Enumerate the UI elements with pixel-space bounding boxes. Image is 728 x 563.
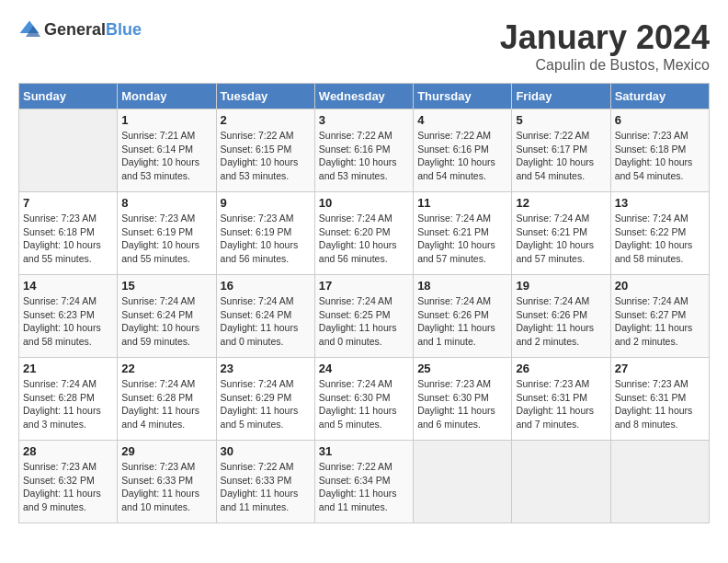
day-info: Sunrise: 7:21 AM Sunset: 6:14 PM Dayligh… xyxy=(121,129,211,183)
calendar-cell xyxy=(610,441,709,523)
week-row-2: 7Sunrise: 7:23 AM Sunset: 6:18 PM Daylig… xyxy=(19,192,710,275)
day-info: Sunrise: 7:24 AM Sunset: 6:30 PM Dayligh… xyxy=(319,377,409,431)
calendar-cell: 13Sunrise: 7:24 AM Sunset: 6:22 PM Dayli… xyxy=(610,192,709,275)
calendar-cell xyxy=(512,441,610,523)
calendar-cell: 26Sunrise: 7:23 AM Sunset: 6:31 PM Dayli… xyxy=(512,358,610,441)
day-info: Sunrise: 7:24 AM Sunset: 6:25 PM Dayligh… xyxy=(319,294,409,349)
day-number: 15 xyxy=(121,279,211,293)
calendar-title: January 2024 xyxy=(500,18,710,57)
calendar-cell: 20Sunrise: 7:24 AM Sunset: 6:27 PM Dayli… xyxy=(610,275,709,358)
day-info: Sunrise: 7:24 AM Sunset: 6:26 PM Dayligh… xyxy=(516,294,606,349)
calendar-cell: 17Sunrise: 7:24 AM Sunset: 6:25 PM Dayli… xyxy=(314,275,413,358)
calendar-cell xyxy=(414,441,512,523)
calendar-table: SundayMondayTuesdayWednesdayThursdayFrid… xyxy=(18,83,710,523)
calendar-cell: 10Sunrise: 7:24 AM Sunset: 6:20 PM Dayli… xyxy=(314,192,413,275)
calendar-cell: 21Sunrise: 7:24 AM Sunset: 6:28 PM Dayli… xyxy=(19,358,118,441)
day-number: 24 xyxy=(319,362,409,375)
calendar-cell: 15Sunrise: 7:24 AM Sunset: 6:24 PM Dayli… xyxy=(118,275,216,358)
day-number: 8 xyxy=(121,196,211,210)
week-row-4: 21Sunrise: 7:24 AM Sunset: 6:28 PM Dayli… xyxy=(19,358,710,441)
calendar-header: SundayMondayTuesdayWednesdayThursdayFrid… xyxy=(19,84,710,109)
header-day-sunday: Sunday xyxy=(19,84,118,109)
calendar-cell: 11Sunrise: 7:24 AM Sunset: 6:21 PM Dayli… xyxy=(414,192,512,275)
logo-general: General xyxy=(44,20,106,39)
day-info: Sunrise: 7:22 AM Sunset: 6:16 PM Dayligh… xyxy=(417,129,507,183)
day-info: Sunrise: 7:24 AM Sunset: 6:20 PM Dayligh… xyxy=(319,212,409,266)
day-info: Sunrise: 7:24 AM Sunset: 6:22 PM Dayligh… xyxy=(615,212,705,266)
day-number: 22 xyxy=(121,362,211,375)
header-day-tuesday: Tuesday xyxy=(216,84,314,109)
day-number: 1 xyxy=(121,113,211,127)
day-number: 9 xyxy=(221,196,311,210)
calendar-cell: 27Sunrise: 7:23 AM Sunset: 6:31 PM Dayli… xyxy=(610,358,709,441)
day-info: Sunrise: 7:22 AM Sunset: 6:15 PM Dayligh… xyxy=(221,129,311,183)
calendar-body: 1Sunrise: 7:21 AM Sunset: 6:14 PM Daylig… xyxy=(19,109,710,523)
calendar-cell: 8Sunrise: 7:23 AM Sunset: 6:19 PM Daylig… xyxy=(118,192,216,275)
day-info: Sunrise: 7:24 AM Sunset: 6:28 PM Dayligh… xyxy=(23,377,113,431)
day-number: 23 xyxy=(221,362,311,375)
day-info: Sunrise: 7:24 AM Sunset: 6:23 PM Dayligh… xyxy=(23,294,113,349)
calendar-cell: 22Sunrise: 7:24 AM Sunset: 6:28 PM Dayli… xyxy=(118,358,216,441)
calendar-cell: 23Sunrise: 7:24 AM Sunset: 6:29 PM Dayli… xyxy=(216,358,314,441)
day-info: Sunrise: 7:23 AM Sunset: 6:33 PM Dayligh… xyxy=(121,460,211,514)
calendar-cell: 24Sunrise: 7:24 AM Sunset: 6:30 PM Dayli… xyxy=(314,358,413,441)
day-number: 5 xyxy=(516,113,606,127)
calendar-cell: 31Sunrise: 7:22 AM Sunset: 6:34 PM Dayli… xyxy=(314,441,413,523)
day-info: Sunrise: 7:24 AM Sunset: 6:24 PM Dayligh… xyxy=(121,294,211,349)
calendar-cell xyxy=(19,109,118,192)
day-info: Sunrise: 7:22 AM Sunset: 6:33 PM Dayligh… xyxy=(221,460,311,514)
day-info: Sunrise: 7:24 AM Sunset: 6:27 PM Dayligh… xyxy=(615,294,705,349)
day-info: Sunrise: 7:24 AM Sunset: 6:26 PM Dayligh… xyxy=(417,294,507,349)
day-number: 25 xyxy=(417,362,507,375)
week-row-3: 14Sunrise: 7:24 AM Sunset: 6:23 PM Dayli… xyxy=(19,275,710,358)
day-info: Sunrise: 7:23 AM Sunset: 6:18 PM Dayligh… xyxy=(23,212,113,266)
calendar-cell: 6Sunrise: 7:23 AM Sunset: 6:18 PM Daylig… xyxy=(610,109,709,192)
calendar-cell: 18Sunrise: 7:24 AM Sunset: 6:26 PM Dayli… xyxy=(414,275,512,358)
week-row-1: 1Sunrise: 7:21 AM Sunset: 6:14 PM Daylig… xyxy=(19,109,710,192)
day-info: Sunrise: 7:22 AM Sunset: 6:34 PM Dayligh… xyxy=(319,460,409,514)
calendar-cell: 19Sunrise: 7:24 AM Sunset: 6:26 PM Dayli… xyxy=(512,275,610,358)
day-info: Sunrise: 7:23 AM Sunset: 6:31 PM Dayligh… xyxy=(615,377,705,431)
day-number: 19 xyxy=(516,279,606,293)
calendar-cell: 16Sunrise: 7:24 AM Sunset: 6:24 PM Dayli… xyxy=(216,275,314,358)
day-info: Sunrise: 7:23 AM Sunset: 6:31 PM Dayligh… xyxy=(516,377,606,431)
calendar-cell: 12Sunrise: 7:24 AM Sunset: 6:21 PM Dayli… xyxy=(512,192,610,275)
day-number: 21 xyxy=(23,362,113,375)
day-number: 17 xyxy=(319,279,409,293)
calendar-cell: 9Sunrise: 7:23 AM Sunset: 6:19 PM Daylig… xyxy=(216,192,314,275)
day-info: Sunrise: 7:24 AM Sunset: 6:28 PM Dayligh… xyxy=(121,377,211,431)
calendar-cell: 28Sunrise: 7:23 AM Sunset: 6:32 PM Dayli… xyxy=(19,441,118,523)
day-number: 11 xyxy=(417,196,507,210)
day-number: 2 xyxy=(221,113,311,127)
day-number: 12 xyxy=(516,196,606,210)
day-number: 14 xyxy=(23,279,113,293)
day-info: Sunrise: 7:23 AM Sunset: 6:19 PM Dayligh… xyxy=(221,212,311,266)
day-info: Sunrise: 7:24 AM Sunset: 6:21 PM Dayligh… xyxy=(516,212,606,266)
week-row-5: 28Sunrise: 7:23 AM Sunset: 6:32 PM Dayli… xyxy=(19,441,710,523)
header-day-saturday: Saturday xyxy=(610,84,709,109)
day-info: Sunrise: 7:22 AM Sunset: 6:16 PM Dayligh… xyxy=(319,129,409,183)
calendar-cell: 5Sunrise: 7:22 AM Sunset: 6:17 PM Daylig… xyxy=(512,109,610,192)
day-number: 18 xyxy=(417,279,507,293)
calendar-cell: 1Sunrise: 7:21 AM Sunset: 6:14 PM Daylig… xyxy=(118,109,216,192)
day-info: Sunrise: 7:22 AM Sunset: 6:17 PM Dayligh… xyxy=(516,129,606,183)
day-number: 7 xyxy=(23,196,113,210)
calendar-cell: 25Sunrise: 7:23 AM Sunset: 6:30 PM Dayli… xyxy=(414,358,512,441)
header-day-friday: Friday xyxy=(512,84,610,109)
day-info: Sunrise: 7:23 AM Sunset: 6:30 PM Dayligh… xyxy=(417,377,507,431)
calendar-cell: 30Sunrise: 7:22 AM Sunset: 6:33 PM Dayli… xyxy=(216,441,314,523)
day-number: 26 xyxy=(516,362,606,375)
calendar-cell: 7Sunrise: 7:23 AM Sunset: 6:18 PM Daylig… xyxy=(19,192,118,275)
calendar-cell: 3Sunrise: 7:22 AM Sunset: 6:16 PM Daylig… xyxy=(314,109,413,192)
header-row: SundayMondayTuesdayWednesdayThursdayFrid… xyxy=(19,84,710,109)
header-day-monday: Monday xyxy=(118,84,216,109)
day-number: 20 xyxy=(615,279,705,293)
day-number: 10 xyxy=(319,196,409,210)
day-number: 4 xyxy=(417,113,507,127)
header-day-thursday: Thursday xyxy=(414,84,512,109)
logo-icon xyxy=(18,18,40,40)
day-info: Sunrise: 7:23 AM Sunset: 6:18 PM Dayligh… xyxy=(615,129,705,183)
day-info: Sunrise: 7:24 AM Sunset: 6:24 PM Dayligh… xyxy=(221,294,311,349)
page-header: GeneralBlue January 2024 Capulin de Bust… xyxy=(18,18,710,74)
day-number: 16 xyxy=(221,279,311,293)
